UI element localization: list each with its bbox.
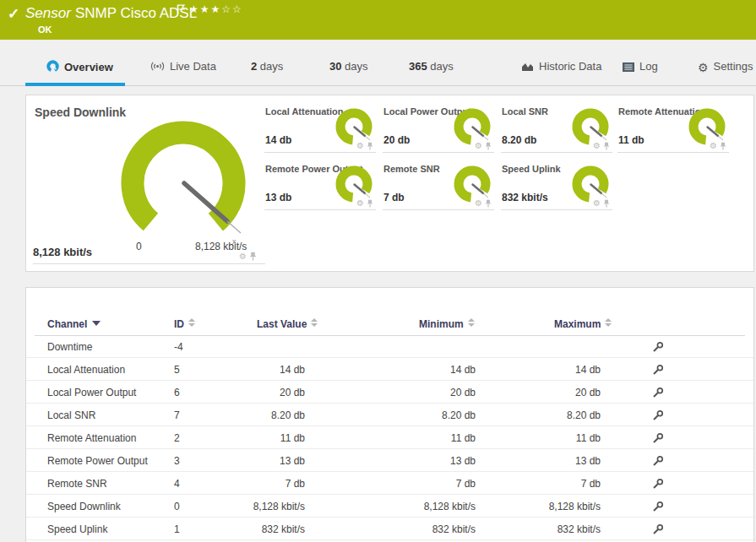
tile-divider bbox=[33, 263, 265, 264]
tab-30-days[interactable]: 30 days bbox=[329, 60, 368, 73]
gauge-icon bbox=[46, 60, 59, 75]
mini-gauge-tile: Remote Attenuation 11 db ⚙ bbox=[617, 104, 729, 153]
mini-tile-actions: ⚙ bbox=[710, 142, 726, 150]
tab-log[interactable]: Log bbox=[623, 60, 658, 74]
tab-settings-label: Settings bbox=[714, 60, 753, 73]
tab-live-data[interactable]: Live Data bbox=[150, 60, 216, 74]
mini-gauge-value: 8.20 db bbox=[502, 134, 536, 146]
mini-tile-actions: ⚙ bbox=[356, 199, 373, 208]
live-data-icon bbox=[150, 61, 165, 74]
pin-icon[interactable] bbox=[367, 199, 373, 208]
gauge-scale-min: 0 bbox=[136, 241, 142, 252]
edit-channel-wrench-icon[interactable] bbox=[652, 341, 664, 355]
mini-tile-actions: ⚙ bbox=[356, 142, 373, 150]
flag-icon[interactable] bbox=[177, 4, 186, 14]
tab-30-days-num: 30 bbox=[329, 60, 341, 73]
column-header-minimum[interactable]: Minimum bbox=[419, 318, 475, 330]
mini-gauge-tile: Local Power Output 20 db ⚙ bbox=[383, 104, 494, 153]
sort-icon bbox=[311, 318, 318, 327]
sensor-title: SensorSNMP Cisco ADSL bbox=[25, 5, 197, 22]
mini-tile-actions: ⚙ bbox=[593, 142, 610, 150]
table-row[interactable]: Remote SNR47 db7 db7 db bbox=[26, 472, 753, 495]
edit-channel-wrench-icon[interactable] bbox=[652, 364, 664, 378]
tab-live-data-label: Live Data bbox=[170, 60, 216, 73]
tab-bar: Overview Live Data 2 days 30 days 365 da… bbox=[0, 40, 756, 86]
pin-icon[interactable] bbox=[720, 142, 726, 150]
mini-gauge-value: 7 db bbox=[383, 192, 405, 203]
main-tile-actions: ⚙ bbox=[239, 252, 257, 261]
edit-channel-wrench-icon[interactable] bbox=[652, 409, 664, 424]
table-row[interactable]: Remote Power Output313 db13 db13 db bbox=[26, 449, 753, 472]
table-row[interactable]: Local Attenuation514 db14 db14 db bbox=[26, 358, 753, 381]
channel-settings-gear-icon[interactable]: ⚙ bbox=[475, 142, 482, 150]
tab-365-days-num: 365 bbox=[409, 60, 427, 73]
mini-gauge-title: Local SNR bbox=[502, 106, 548, 117]
pin-icon[interactable] bbox=[249, 252, 257, 261]
mini-tile-actions: ⚙ bbox=[475, 142, 492, 150]
priority-stars[interactable]: ★★★☆☆ bbox=[189, 3, 243, 15]
channel-settings-gear-icon[interactable]: ⚙ bbox=[475, 199, 482, 208]
edit-channel-wrench-icon[interactable] bbox=[652, 387, 664, 401]
column-header-last-value[interactable]: Last Value bbox=[257, 318, 318, 330]
table-row[interactable]: Speed Downlink08,128 kbit/s8,128 kbit/s8… bbox=[26, 495, 753, 518]
channel-settings-gear-icon[interactable]: ⚙ bbox=[356, 199, 364, 208]
table-header-row: Channel ID Last Value Minimum Maximum bbox=[26, 313, 753, 335]
table-row[interactable]: Speed Uplink1832 kbit/s832 kbit/s832 kbi… bbox=[26, 518, 753, 540]
edit-channel-wrench-icon[interactable] bbox=[652, 501, 664, 515]
channel-settings-gear-icon[interactable]: ⚙ bbox=[593, 199, 601, 208]
channels-table-panel: Channel ID Last Value Minimum Maximum Do… bbox=[25, 287, 754, 542]
table-row[interactable]: Remote Attenuation211 db11 db11 db bbox=[26, 426, 753, 449]
channel-settings-gear-icon[interactable]: ⚙ bbox=[593, 142, 601, 150]
tab-2-days-label: days bbox=[260, 60, 283, 73]
mini-gauge-tile: Local Attenuation 14 db ⚙ bbox=[264, 104, 376, 153]
channel-settings-gear-icon[interactable]: ⚙ bbox=[710, 142, 717, 150]
log-icon bbox=[623, 62, 634, 74]
tab-30-days-label: days bbox=[345, 60, 367, 73]
pin-icon[interactable] bbox=[603, 142, 610, 150]
mini-gauge-title: Remote SNR bbox=[383, 164, 440, 174]
edit-channel-wrench-icon[interactable] bbox=[652, 523, 664, 538]
tab-settings[interactable]: ⚙Settings bbox=[698, 60, 753, 74]
historic-chart-icon bbox=[521, 62, 534, 74]
edit-channel-wrench-icon[interactable] bbox=[652, 455, 664, 469]
mini-gauge-value: 13 db bbox=[265, 192, 291, 203]
edit-channel-wrench-icon[interactable] bbox=[652, 432, 664, 447]
table-row[interactable]: Local SNR78.20 db8.20 db8.20 db bbox=[26, 404, 753, 426]
tab-2-days-num: 2 bbox=[251, 60, 257, 73]
channel-settings-gear-icon[interactable]: ⚙ bbox=[239, 252, 247, 261]
edit-channel-wrench-icon[interactable] bbox=[652, 478, 664, 492]
main-gauge-value: 8,128 kbit/s bbox=[33, 246, 92, 258]
mini-gauge-tile: Local SNR 8.20 db ⚙ bbox=[501, 104, 612, 153]
gauges-panel: Speed Downlink x 0 8,128 kbit/s 8,128 kb… bbox=[25, 95, 754, 272]
table-row[interactable]: Local Power Output620 db20 db20 db bbox=[26, 381, 753, 404]
sort-icon bbox=[188, 318, 195, 327]
status-check-icon: ✓ bbox=[8, 5, 19, 23]
tab-365-days-label: days bbox=[430, 60, 453, 73]
channel-settings-gear-icon[interactable]: ⚙ bbox=[356, 142, 364, 150]
pin-icon[interactable] bbox=[367, 142, 373, 150]
mini-gauge-value: 11 db bbox=[618, 134, 645, 146]
mini-gauge-value: 832 kbit/s bbox=[502, 192, 548, 203]
tab-overview[interactable]: Overview bbox=[46, 60, 113, 75]
pin-icon[interactable] bbox=[603, 199, 610, 208]
sort-icon bbox=[468, 318, 475, 327]
gauge-scale-max: 8,128 kbit/s bbox=[195, 241, 247, 252]
column-header-id[interactable]: ID bbox=[174, 318, 195, 330]
tab-log-label: Log bbox=[639, 60, 658, 73]
mini-tile-actions: ⚙ bbox=[475, 199, 492, 208]
mini-gauge-tile: Speed Uplink 832 kbit/s ⚙ bbox=[501, 161, 612, 210]
mini-gauge-tile: Remote Power Output 13 db ⚙ bbox=[264, 161, 376, 210]
speed-downlink-gauge: x bbox=[109, 111, 258, 256]
column-header-channel[interactable]: Channel bbox=[47, 318, 101, 330]
tab-365-days[interactable]: 365 days bbox=[409, 60, 454, 73]
tab-historic-data[interactable]: Historic Data bbox=[521, 60, 601, 74]
mini-gauge-title: Speed Uplink bbox=[502, 164, 561, 174]
column-header-maximum[interactable]: Maximum bbox=[554, 318, 612, 330]
tab-2-days[interactable]: 2 days bbox=[251, 60, 283, 73]
pin-icon[interactable] bbox=[485, 199, 492, 208]
pin-icon[interactable] bbox=[485, 142, 492, 150]
tab-overview-label: Overview bbox=[64, 61, 113, 73]
status-badge: OK bbox=[38, 24, 52, 35]
tab-historic-data-label: Historic Data bbox=[539, 60, 601, 73]
table-row[interactable]: Downtime-4 bbox=[26, 335, 753, 358]
